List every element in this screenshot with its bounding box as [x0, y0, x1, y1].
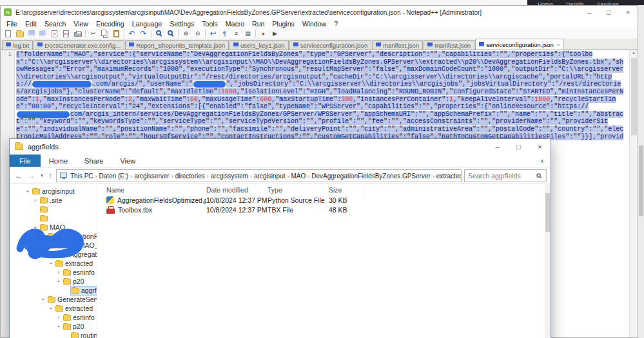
menu-macro[interactable]: Macro [222, 20, 248, 28]
menu-help[interactable]: ? [330, 20, 342, 28]
close-button[interactable]: × [618, 6, 638, 19]
ribbon-tab-home[interactable]: Home [41, 155, 76, 167]
chevron-expanded-icon[interactable]: › [40, 252, 46, 257]
menu-tools[interactable]: Tools [198, 20, 222, 28]
chevron-collapsed-icon[interactable]: › [56, 314, 61, 321]
tree-item[interactable] [10, 214, 97, 223]
tree-item-devaggregationfieldsb-[interactable]: ›DevAggregationFieldsB... [10, 250, 97, 259]
menu-encoding[interactable]: Encoding [92, 20, 128, 28]
cut-icon[interactable]: ✂ [88, 28, 99, 39]
zoom-out-icon[interactable]: ⊖ [192, 28, 203, 39]
tree-item-aggregationfieldsbyzo-[interactable]: ›AggregationFieldsByZo... [10, 232, 97, 241]
breadcrumb-item[interactable]: This PC [69, 173, 95, 180]
tree-item--site[interactable]: ›.site [10, 196, 97, 205]
menu-file[interactable]: File [3, 20, 21, 28]
column-header-size[interactable]: Size [329, 184, 364, 195]
minimize-button[interactable]: – [487, 139, 508, 155]
file-row[interactable]: AggregationFieldsOptimized.py10/8/2024 1… [97, 195, 551, 205]
tree-item[interactable] [10, 205, 97, 214]
breadcrumb-item[interactable]: arcgisinput [253, 173, 286, 180]
word-wrap-icon[interactable]: ↩ [208, 28, 219, 39]
chevron-collapsed-icon[interactable]: › [33, 197, 38, 203]
chevron-collapsed-icon[interactable]: › [41, 233, 46, 239]
chevron-expanded-icon[interactable]: › [55, 324, 62, 329]
chevron-expanded-icon[interactable]: › [48, 306, 54, 311]
menu-settings[interactable]: Settings [166, 20, 198, 28]
explorer-scrollbar[interactable] [545, 184, 551, 338]
open-file-icon[interactable] [14, 28, 25, 39]
tab-report-shopunits-template-json[interactable]: Report_Shopunits_template.json [125, 40, 229, 50]
recent-locations-icon[interactable]: ▾ [39, 173, 44, 178]
chevron-expanded-icon[interactable]: › [48, 261, 54, 266]
maximize-button[interactable]: □ [508, 139, 529, 155]
tab-serviceconfiguration-json[interactable]: serviceconfiguration.json [289, 40, 372, 50]
chevron-collapsed-icon[interactable]: › [56, 269, 61, 276]
chevron-expanded-icon[interactable]: › [40, 297, 46, 302]
chevron-expanded-icon[interactable]: › [24, 189, 31, 194]
up-icon[interactable]: ↑ [47, 171, 54, 180]
tree-item-generateserviceareas-[interactable]: ›GenerateServiceAreas.( [10, 295, 97, 304]
breadcrumb-item[interactable]: arcgissystem [210, 173, 249, 180]
background-window-scrollbar[interactable] [638, 5, 644, 338]
scrollbar-thumb[interactable] [545, 193, 550, 232]
tree-item-esriinfo[interactable]: ›esriinfo [10, 268, 97, 277]
play-macro-icon[interactable]: ▶ [269, 28, 280, 39]
tree-item-extracted[interactable]: ›extracted [10, 259, 97, 268]
undo-icon[interactable]: ↶ [126, 28, 137, 39]
tree-item-daten-mao-brandenb-[interactable]: ›Daten_MAO_Brandenb... [10, 241, 97, 250]
tree-item-routing[interactable]: routing [10, 331, 97, 338]
replace-icon[interactable] [165, 28, 176, 39]
tree-item-arcgisinput[interactable]: ›arcgisinput [10, 187, 97, 196]
close-all-icon[interactable]: ×× [61, 28, 72, 39]
column-header-date-modified[interactable]: Date modified [206, 184, 268, 195]
new-file-icon[interactable] [3, 28, 14, 39]
show-all-characters-icon[interactable]: ¶ [219, 28, 230, 39]
scrollbar-thumb[interactable] [631, 58, 637, 135]
breadcrumb-item[interactable]: arcgisserver [133, 173, 170, 180]
chevron-expanded-icon[interactable]: › [32, 225, 39, 230]
print-icon[interactable] [72, 28, 83, 39]
copy-icon[interactable] [99, 28, 110, 39]
ribbon-tab-file[interactable]: File [10, 155, 41, 167]
indent-guide-icon[interactable]: ≡ [231, 28, 242, 39]
menu-window[interactable]: Window [298, 20, 330, 28]
find-icon[interactable] [153, 28, 164, 39]
close-button[interactable]: × [529, 139, 551, 155]
scrollbar-thumb[interactable] [639, 146, 643, 216]
ribbon-tab-share[interactable]: Share [76, 155, 112, 167]
tree-item-mao[interactable]: ›MAO [10, 223, 97, 232]
menu-language[interactable]: Language [128, 20, 166, 28]
save-icon[interactable] [26, 28, 37, 39]
back-icon[interactable]: ← [14, 171, 24, 180]
tab-docsgenerator-exe-config-[interactable]: DocsGenerator.exe.config... [34, 40, 124, 50]
breadcrumb-item[interactable]: Daten (E:) [98, 173, 130, 180]
zoom-in-icon[interactable]: ⊕ [181, 28, 191, 39]
forward-icon[interactable]: → [26, 171, 37, 180]
restore-button[interactable]: □ [599, 6, 618, 19]
save-all-icon[interactable] [37, 28, 48, 39]
tab-serviceconfiguration-json[interactable]: serviceconfiguration.json× [475, 39, 563, 50]
menu-edit[interactable]: Edit [21, 20, 41, 28]
menu-search[interactable]: Search [41, 20, 70, 28]
menu-run[interactable]: Run [248, 20, 268, 28]
editor-scrollbar[interactable]: ▲ [629, 50, 638, 337]
file-row[interactable]: Toolbox.tbx10/8/2024 12:37 PMTBX File48 … [97, 205, 551, 214]
close-icon[interactable]: × [49, 28, 60, 39]
tree-item-esriinfo[interactable]: ›esriinfo [10, 313, 97, 322]
column-header-name[interactable]: Name [106, 184, 206, 195]
tree-item-aggrfields[interactable]: aggrfields [10, 286, 97, 295]
tab-manifest-json[interactable]: manifest.json [424, 40, 474, 50]
breadcrumb-item[interactable]: MAO [289, 173, 307, 180]
breadcrumb-item[interactable]: directories [174, 173, 206, 180]
collapse-ribbon-icon[interactable]: ∧ [540, 158, 551, 164]
chevron-collapsed-icon[interactable]: › [41, 242, 46, 249]
close-tab-icon[interactable]: × [557, 42, 560, 48]
search-input[interactable]: Search aggrfields [464, 169, 547, 182]
paste-icon[interactable] [111, 28, 122, 39]
tab-users-key1-json[interactable]: users_key1.json [229, 40, 289, 50]
doc-map-icon[interactable]: ▤ [242, 28, 253, 39]
tree-item-p20[interactable]: ›p20 [10, 322, 97, 331]
menu-view[interactable]: View [70, 20, 92, 28]
breadcrumb-item[interactable]: extracted [435, 173, 462, 180]
ribbon-tab-view[interactable]: View [112, 155, 144, 167]
